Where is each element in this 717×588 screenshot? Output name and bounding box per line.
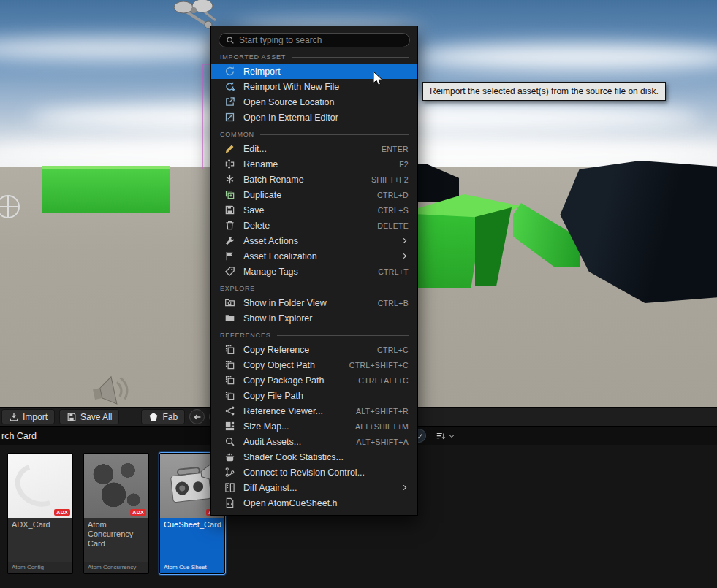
menu-item-manage-tags[interactable]: Manage Tags CTRL+T <box>211 264 417 279</box>
menu-item-edit[interactable]: Edit... ENTER <box>211 141 417 156</box>
fab-button[interactable]: Fab <box>141 409 185 424</box>
menu-search-input[interactable]: Start typing to search <box>219 33 410 47</box>
asset-type-label: Atom Cue Sheet <box>160 562 224 573</box>
rename-icon <box>224 159 235 169</box>
menu-section-header: IMPORTED ASSET <box>220 53 409 61</box>
menu-item-save[interactable]: Save CTRL+S <box>211 202 417 218</box>
menu-item-connect-to-revision-control[interactable]: Connect to Revision Control... <box>211 465 417 480</box>
folder-view-icon <box>224 297 235 308</box>
section-rule <box>261 289 409 289</box>
menu-item-label: Duplicate <box>243 190 377 200</box>
duplicate-icon <box>224 189 235 200</box>
menu-item-label: Open AtomCueSheet.h <box>243 498 409 508</box>
menu-item-label: Show in Folder View <box>243 298 378 308</box>
copy-icon <box>224 344 235 355</box>
menu-item-label: Asset Localization <box>243 251 401 261</box>
menu-item-shortcut: CTRL+S <box>378 206 409 215</box>
size-map-icon <box>224 421 235 432</box>
edit-pencil-icon <box>224 143 235 154</box>
asset-type-label: Atom Concurrency <box>84 562 148 573</box>
copy-icon <box>224 375 235 386</box>
menu-item-label: Show in Explorer <box>243 313 409 324</box>
menu-item-shortcut: CTRL+B <box>378 299 409 308</box>
menu-item-open-atomcuesheet-h[interactable]: Open AtomCueSheet.h <box>211 495 417 511</box>
save-all-button-label: Save All <box>80 412 112 422</box>
menu-section-title: IMPORTED ASSET <box>220 53 286 61</box>
code-file-icon <box>224 497 235 508</box>
menu-item-copy-file-path[interactable]: Copy File Path <box>211 388 417 403</box>
menu-item-label: Copy Package Path <box>243 375 358 386</box>
menu-item-show-in-folder-view[interactable]: Show in Folder View CTRL+B <box>211 295 417 310</box>
menu-item-label: Edit... <box>243 144 382 154</box>
menu-item-shortcut: CTRL+SHIFT+C <box>349 361 409 370</box>
section-rule <box>260 134 409 135</box>
menu-section-title: COMMON <box>220 131 254 138</box>
menu-item-reference-viewer[interactable]: Reference Viewer... ALT+SHIFT+R <box>211 403 417 419</box>
menu-item-duplicate[interactable]: Duplicate CTRL+D <box>211 187 417 202</box>
section-rule <box>277 335 409 336</box>
menu-item-shortcut: F2 <box>399 160 409 169</box>
menu-item-copy-object-path[interactable]: Copy Object Path CTRL+SHIFT+C <box>211 357 417 373</box>
menu-item-delete[interactable]: Delete DELETE <box>211 218 417 233</box>
menu-item-shader-cook-statistics[interactable]: Shader Cook Statistics... <box>211 449 417 465</box>
menu-item-copy-reference[interactable]: Copy Reference CTRL+C <box>211 342 417 357</box>
speaker-object[interactable] <box>89 374 134 407</box>
open-source-location-icon <box>224 96 235 107</box>
menu-item-label: Copy Reference <box>243 345 377 355</box>
menu-item-label: Shader Cook Statistics... <box>243 452 409 462</box>
import-icon <box>9 412 19 422</box>
menu-item-open-source-location[interactable]: Open Source Location <box>211 94 417 110</box>
menu-item-shortcut: ALT+SHIFT+R <box>356 407 409 416</box>
revision-control-icon <box>224 467 235 478</box>
move-gizmo-icon[interactable] <box>0 190 25 224</box>
back-arrow-icon <box>192 412 202 422</box>
asset-title: ADX_Card <box>8 518 72 562</box>
unreal-editor-window: Import Save All Fab rch Card <box>0 0 717 588</box>
menu-item-open-in-external-editor[interactable]: Open In External Editor <box>211 110 417 125</box>
menu-item-asset-actions[interactable]: Asset Actions <box>211 233 417 248</box>
menu-item-label: Connect to Revision Control... <box>243 467 409 478</box>
submenu-arrow-icon <box>401 484 409 492</box>
fab-logo-icon <box>148 412 159 422</box>
tooltip-text: Reimport the selected asset(s) from the … <box>430 86 659 96</box>
menu-item-size-map[interactable]: Size Map... ALT+SHIFT+M <box>211 419 417 434</box>
adx-badge: ADX <box>130 509 146 516</box>
diff-icon <box>224 482 235 493</box>
audit-assets-icon <box>224 436 235 447</box>
menu-item-show-in-explorer[interactable]: Show in Explorer <box>211 310 417 326</box>
reimport-new-file-icon <box>224 81 235 92</box>
mouse-cursor <box>373 71 385 87</box>
submenu-arrow-icon <box>401 252 409 260</box>
menu-section-title: REFERENCES <box>220 332 271 339</box>
history-back-button[interactable] <box>189 409 205 424</box>
menu-item-rename[interactable]: Rename F2 <box>211 156 417 172</box>
green-block-left[interactable] <box>42 166 170 213</box>
asset-card-atom-concurrency-card[interactable]: ADX Atom Concurrency_ Card Atom Concurre… <box>83 453 149 574</box>
menu-item-copy-package-path[interactable]: Copy Package Path CTRL+ALT+C <box>211 373 417 388</box>
copy-icon <box>224 390 235 401</box>
asset-title: CueSheet_Card <box>160 518 224 562</box>
menu-item-diff-against[interactable]: Diff Against... <box>211 480 417 495</box>
save-all-button[interactable]: Save All <box>59 409 119 424</box>
menu-item-reimport-with-new-file[interactable]: Reimport With New File <box>211 79 417 94</box>
batch-rename-icon <box>224 174 235 185</box>
chevron-down-icon <box>448 432 455 440</box>
menu-item-label: Diff Against... <box>243 483 401 493</box>
menu-section-header: EXPLORE <box>220 285 409 292</box>
import-button[interactable]: Import <box>1 409 55 424</box>
menu-item-label: Rename <box>243 159 399 169</box>
menu-item-audit-assets[interactable]: Audit Assets... ALT+SHIFT+A <box>211 434 417 449</box>
open-external-editor-icon <box>224 112 235 123</box>
section-rule <box>292 57 409 58</box>
menu-item-shortcut: CTRL+D <box>377 191 409 199</box>
menu-item-asset-localization[interactable]: Asset Localization <box>211 248 417 264</box>
menu-item-shortcut: ALT+SHIFT+M <box>355 422 409 431</box>
sort-button[interactable] <box>436 431 455 441</box>
asset-thumbnail: ADX <box>8 454 72 518</box>
menu-item-batch-rename[interactable]: Batch Rename SHIFT+F2 <box>211 172 417 187</box>
menu-item-reimport[interactable]: Reimport <box>211 64 417 79</box>
menu-item-label: Reference Viewer... <box>243 406 356 416</box>
save-icon <box>224 205 235 215</box>
asset-card-adx-card[interactable]: ADX ADX_Card Atom Config <box>7 453 73 574</box>
flag-icon <box>224 251 235 261</box>
